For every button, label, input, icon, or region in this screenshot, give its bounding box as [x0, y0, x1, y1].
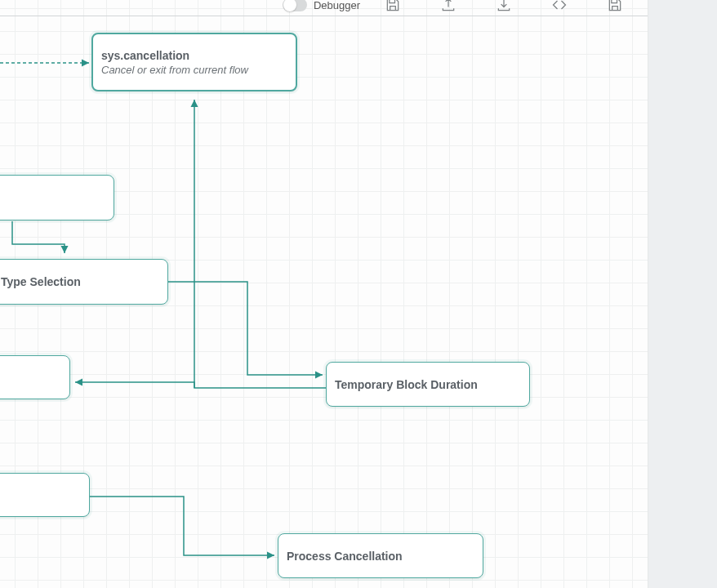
node-subtitle: Cancel or exit from current flow	[101, 64, 287, 76]
debugger-toggle[interactable]: Debugger	[283, 0, 360, 11]
debugger-label: Debugger	[314, 0, 360, 11]
node-title: Temporary Block Duration	[335, 378, 521, 391]
node-title: sys.cancellation	[101, 49, 287, 62]
toolbar-icon-group	[385, 0, 648, 13]
node-sys-cancellation[interactable]: sys.cancellation Cancel or exit from cur…	[91, 33, 297, 91]
node-temp-block-duration[interactable]: Temporary Block Duration	[326, 362, 530, 407]
node-partial-upper[interactable]	[0, 175, 114, 220]
flow-canvas[interactable]: Debugger	[0, 0, 648, 588]
toggle-knob	[283, 0, 296, 11]
export-icon[interactable]	[440, 0, 456, 13]
top-toolbar: Debugger	[0, 0, 648, 16]
node-partial-mid[interactable]	[0, 355, 70, 399]
save-icon[interactable]	[385, 0, 401, 13]
save-alt-icon[interactable]	[607, 0, 623, 13]
node-title: Type Selection	[1, 275, 159, 288]
node-title: Process Cancellation	[287, 550, 474, 563]
code-icon[interactable]	[551, 0, 568, 13]
toggle-switch[interactable]	[283, 0, 307, 11]
import-icon[interactable]	[496, 0, 512, 13]
node-partial-lower[interactable]	[0, 473, 90, 517]
node-type-selection[interactable]: Type Selection	[0, 259, 168, 305]
side-panel-collapsed[interactable]	[648, 0, 717, 588]
node-process-cancellation[interactable]: Process Cancellation	[278, 533, 483, 578]
